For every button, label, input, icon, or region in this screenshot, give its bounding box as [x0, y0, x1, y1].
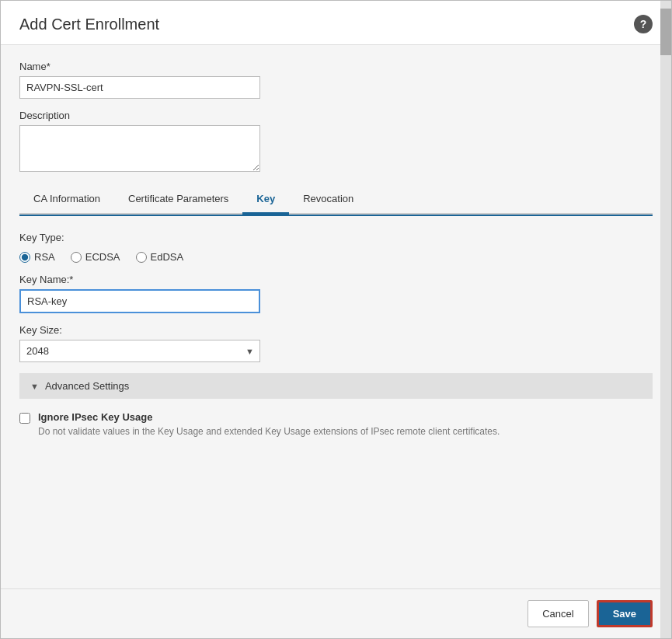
- key-size-label: Key Size:: [19, 324, 653, 336]
- key-type-radio-group: RSA ECDSA EdDSA: [19, 251, 653, 263]
- radio-eddsa-input[interactable]: [136, 252, 147, 263]
- description-label: Description: [19, 110, 653, 121]
- tab-key[interactable]: Key: [242, 185, 289, 215]
- dialog-footer: Cancel Save: [1, 588, 671, 638]
- key-type-group: Key Type: RSA ECDSA EdDSA: [19, 232, 653, 263]
- advanced-settings-bar[interactable]: ▼ Advanced Settings: [19, 373, 653, 399]
- tab-ca-information[interactable]: CA Information: [19, 185, 114, 215]
- description-input[interactable]: [19, 125, 260, 172]
- key-name-group: Key Name:*: [19, 274, 653, 313]
- ignore-ipsec-description: Do not validate values in the Key Usage …: [38, 425, 500, 438]
- ignore-ipsec-section: Ignore IPsec Key Usage Do not validate v…: [19, 411, 653, 438]
- key-tab-content: Key Type: RSA ECDSA EdDSA: [19, 216, 653, 462]
- radio-ecdsa[interactable]: ECDSA: [71, 251, 120, 263]
- key-size-select-wrapper: 512 768 1024 2048 4096 ▼: [19, 340, 260, 362]
- tabs-container: CA Information Certificate Parameters Ke…: [19, 185, 653, 215]
- scrollbar-track[interactable]: [660, 1, 671, 638]
- chevron-down-icon: ▼: [30, 382, 39, 391]
- tab-certificate-parameters[interactable]: Certificate Parameters: [114, 185, 242, 215]
- key-name-input[interactable]: [19, 289, 260, 313]
- key-size-group: Key Size: 512 768 1024 2048 4096 ▼: [19, 324, 653, 362]
- save-button[interactable]: Save: [597, 600, 653, 627]
- tab-revocation[interactable]: Revocation: [289, 185, 367, 215]
- name-field-group: Name*: [19, 61, 653, 99]
- radio-eddsa[interactable]: EdDSA: [136, 251, 184, 263]
- ignore-ipsec-main-label: Ignore IPsec Key Usage: [38, 411, 500, 423]
- name-input[interactable]: [19, 76, 260, 99]
- radio-rsa[interactable]: RSA: [19, 251, 55, 263]
- radio-rsa-label: RSA: [34, 251, 55, 263]
- key-type-label: Key Type:: [19, 232, 653, 243]
- name-label: Name*: [19, 61, 653, 72]
- radio-rsa-input[interactable]: [19, 252, 30, 263]
- add-cert-enrollment-dialog: Add Cert Enrollment ? Name* Description …: [0, 0, 672, 639]
- key-name-label: Key Name:*: [19, 274, 653, 285]
- key-size-select[interactable]: 512 768 1024 2048 4096: [19, 340, 260, 362]
- radio-ecdsa-label: ECDSA: [85, 251, 120, 263]
- radio-eddsa-label: EdDSA: [151, 251, 184, 263]
- advanced-settings-label: Advanced Settings: [45, 380, 129, 392]
- radio-ecdsa-input[interactable]: [71, 252, 82, 263]
- dialog-title: Add Cert Enrollment: [19, 16, 159, 33]
- dialog-body: Name* Description CA Information Certifi…: [1, 45, 671, 588]
- scrollbar-thumb[interactable]: [660, 9, 671, 55]
- ignore-ipsec-label-group: Ignore IPsec Key Usage Do not validate v…: [38, 411, 500, 438]
- ignore-ipsec-checkbox[interactable]: [19, 413, 30, 424]
- dialog-header: Add Cert Enrollment ?: [1, 1, 671, 45]
- cancel-button[interactable]: Cancel: [528, 600, 588, 627]
- help-icon[interactable]: ?: [634, 15, 653, 33]
- description-field-group: Description: [19, 110, 653, 174]
